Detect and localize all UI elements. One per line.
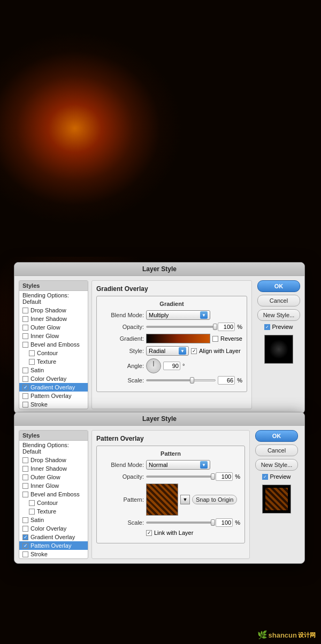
check-contour[interactable] <box>29 350 35 356</box>
check-inner-glow[interactable] <box>22 333 28 339</box>
d2-check-stroke[interactable] <box>22 551 28 557</box>
d2-check-contour[interactable] <box>29 500 35 506</box>
dialog2-sidebar-item-blending-options[interactable]: Blending Options: Default <box>19 441 88 456</box>
sidebar-item-contour[interactable]: Contour <box>19 349 88 357</box>
sidebar-item-outer-glow[interactable]: Outer Glow <box>19 323 88 332</box>
pattern-swatch[interactable] <box>146 484 178 516</box>
opacity-track[interactable] <box>146 326 216 328</box>
check-outer-glow[interactable] <box>22 325 28 331</box>
d2-check-color-overlay[interactable] <box>22 526 28 532</box>
d2-check-satin[interactable] <box>22 517 28 523</box>
d2-opacity-slider[interactable] <box>146 476 213 478</box>
d2-scale-slider[interactable] <box>146 522 213 524</box>
d2-preview-checkbox[interactable]: ✓ <box>262 474 268 480</box>
sidebar-item-texture[interactable]: Texture <box>19 357 88 366</box>
check-color-overlay[interactable] <box>22 376 28 382</box>
sidebar-item-blending-options[interactable]: Blending Options: Default <box>19 291 88 306</box>
blend-mode-row: Blend Mode: Multiply ▼ <box>101 310 242 320</box>
angle-dial[interactable] <box>146 358 161 373</box>
preview-checkbox[interactable]: ✓ <box>264 324 270 330</box>
d2-check-bevel-emboss[interactable] <box>22 492 28 497</box>
opacity-thumb[interactable] <box>213 324 217 330</box>
dialog1-subsection-title: Gradient <box>101 301 242 307</box>
d2-check-inner-shadow[interactable] <box>22 466 28 472</box>
dialog2-sidebar-item-outer-glow[interactable]: Outer Glow <box>19 473 88 481</box>
d2-blend-mode-dropdown[interactable]: Normal ▼ <box>146 460 210 470</box>
sidebar-item-bevel-emboss[interactable]: Bevel and Emboss <box>19 340 88 349</box>
d2-ok-button[interactable]: OK <box>255 430 298 442</box>
new-style-button[interactable]: New Style... <box>257 309 300 321</box>
check-reverse[interactable] <box>212 336 218 342</box>
check-stroke[interactable] <box>22 402 28 408</box>
check-bevel-emboss[interactable] <box>22 342 28 348</box>
dialog2-sidebar-item-pattern-overlay[interactable]: Pattern Overlay <box>19 541 88 550</box>
check-gradient-overlay[interactable] <box>22 385 28 390</box>
sidebar-item-pattern-overlay[interactable]: Pattern Overlay <box>19 392 88 400</box>
d2-check-pattern-overlay[interactable] <box>22 543 28 549</box>
dialog2-sidebar-item-texture[interactable]: Texture <box>19 507 88 516</box>
sidebar-item-gradient-overlay[interactable]: Gradient Overlay <box>19 383 88 392</box>
dialog2-sidebar-item-stroke[interactable]: Stroke <box>19 550 88 558</box>
pattern-selector-button[interactable]: ▼ <box>180 495 190 504</box>
d2-preview-thumbnail <box>262 485 291 513</box>
watermark-suffix: 设计网 <box>298 631 316 639</box>
scale-input[interactable] <box>218 376 235 385</box>
d2-check-inner-glow[interactable] <box>22 483 28 489</box>
dialog2-sidebar: Styles Blending Options: Default Drop Sh… <box>19 430 88 559</box>
d2-scale-thumb[interactable] <box>211 519 215 526</box>
dialog2-sidebar-item-inner-shadow[interactable]: Inner Shadow <box>19 464 88 473</box>
d2-pattern-label: Pattern: <box>101 496 144 503</box>
pattern-controls: ▼ <box>146 484 190 516</box>
sidebar-item-color-overlay[interactable]: Color Overlay <box>19 374 88 383</box>
d2-opacity-track[interactable] <box>146 476 213 478</box>
dialog2-titlebar: Layer Style <box>14 412 304 426</box>
sidebar-item-drop-shadow[interactable]: Drop Shadow <box>19 306 88 315</box>
blend-mode-dropdown[interactable]: Multiply ▼ <box>146 310 210 320</box>
check-texture[interactable] <box>29 359 35 365</box>
scale-track[interactable] <box>146 379 216 381</box>
style-dropdown[interactable]: Radial ▼ <box>146 346 189 356</box>
angle-dial-line <box>154 361 154 366</box>
dialog2-sidebar-item-satin[interactable]: Satin <box>19 516 88 524</box>
scale-thumb[interactable] <box>190 377 194 384</box>
dialog1-section-title: Gradient Overlay <box>96 285 247 293</box>
d2-opacity-input[interactable] <box>216 472 233 481</box>
dialog2-sidebar-item-inner-glow[interactable]: Inner Glow <box>19 481 88 490</box>
check-inner-shadow[interactable] <box>22 316 28 322</box>
opacity-slider[interactable] <box>146 326 216 328</box>
d2-check-gradient-overlay[interactable] <box>22 534 28 540</box>
check-drop-shadow[interactable] <box>22 308 28 313</box>
d2-check-outer-glow[interactable] <box>22 474 28 480</box>
d2-scale-track[interactable] <box>146 522 213 524</box>
angle-input[interactable] <box>163 362 180 370</box>
d2-scale-input[interactable] <box>216 518 233 527</box>
dialog2-sidebar-item-gradient-overlay[interactable]: Gradient Overlay <box>19 533 88 541</box>
angle-degree: ° <box>182 363 185 369</box>
sidebar-item-inner-glow[interactable]: Inner Glow <box>19 332 88 340</box>
ok-button[interactable]: OK <box>257 280 300 292</box>
d2-new-style-button[interactable]: New Style... <box>255 459 298 471</box>
dialog2-sidebar-item-color-overlay[interactable]: Color Overlay <box>19 524 88 533</box>
sidebar-item-inner-shadow[interactable]: Inner Shadow <box>19 315 88 323</box>
d2-opacity-thumb[interactable] <box>211 473 215 480</box>
d2-opacity-row: Opacity: % <box>101 472 240 481</box>
scale-slider[interactable] <box>146 379 216 381</box>
opacity-input[interactable] <box>218 323 235 331</box>
cancel-button[interactable]: Cancel <box>257 295 300 306</box>
d2-check-texture[interactable] <box>29 509 35 515</box>
check-satin[interactable] <box>22 367 28 373</box>
snap-to-origin-button[interactable]: Snap to Origin <box>192 495 237 504</box>
angle-label: Angle: <box>101 363 144 369</box>
dialog2-sidebar-item-contour[interactable]: Contour <box>19 499 88 507</box>
dialog2-sidebar-item-bevel-emboss[interactable]: Bevel and Emboss <box>19 490 88 499</box>
d2-cancel-button[interactable]: Cancel <box>255 444 298 456</box>
dialog2-sidebar-item-drop-shadow[interactable]: Drop Shadow <box>19 456 88 464</box>
sidebar-item-stroke[interactable]: Stroke <box>19 400 88 409</box>
d2-check-drop-shadow[interactable] <box>22 457 28 463</box>
d2-opacity-label: Opacity: <box>101 473 144 480</box>
sidebar-item-satin[interactable]: Satin <box>19 366 88 374</box>
gradient-swatch[interactable] <box>146 334 210 343</box>
d2-check-link-layer[interactable] <box>146 530 152 536</box>
check-pattern-overlay[interactable] <box>22 393 28 399</box>
check-align-layer[interactable] <box>191 348 197 354</box>
